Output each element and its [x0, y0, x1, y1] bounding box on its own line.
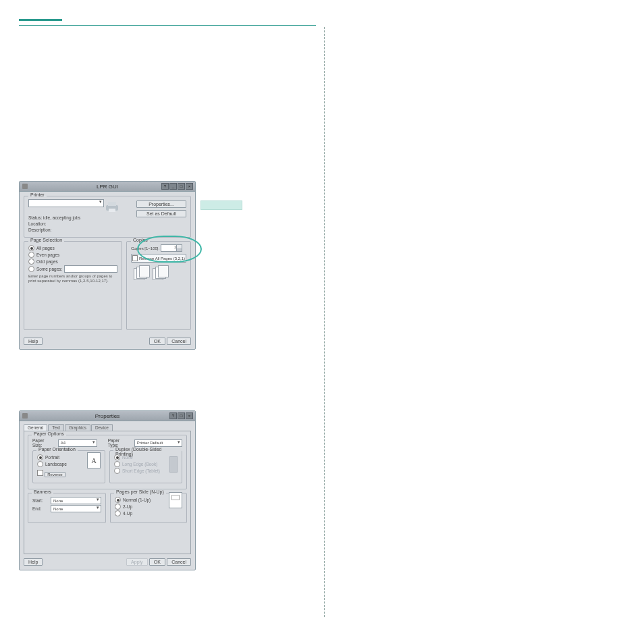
column-divider: [324, 27, 325, 617]
tabs: General Text Graphics Device: [20, 421, 195, 431]
tab-text[interactable]: Text: [48, 424, 64, 431]
app-icon: [22, 184, 28, 189]
set-default-button[interactable]: Set as Default: [136, 210, 186, 217]
callout-highlight: [200, 200, 242, 210]
paper-type-select[interactable]: Printer Default: [134, 439, 182, 447]
cancel-button[interactable]: Cancel: [167, 338, 191, 345]
maximize-icon[interactable]: □: [178, 183, 185, 190]
svg-rect-1: [108, 202, 116, 206]
radio-duplex-short: [114, 468, 120, 474]
banners-group: Banners Start:None End:None: [28, 493, 106, 523]
close-icon[interactable]: ×: [186, 183, 193, 190]
paper-size-select[interactable]: A4: [58, 439, 97, 447]
radio-all-pages[interactable]: [28, 245, 34, 251]
radio-odd-pages[interactable]: [28, 259, 34, 265]
section-heading-accent: [19, 19, 622, 26]
tab-graphics[interactable]: Graphics: [65, 424, 90, 431]
duplex-group: Duplex (Double-Sided Printing) None Long…: [109, 450, 182, 483]
window-buttons: ? _ □ ×: [161, 183, 193, 190]
close-icon[interactable]: ×: [186, 412, 193, 419]
titlebar: LPR GUI ? _ □ ×: [20, 182, 195, 192]
properties-button[interactable]: Properties...: [136, 200, 186, 208]
radio-some-pages[interactable]: [28, 266, 34, 272]
orientation-preview: A: [87, 452, 101, 468]
copies-group: Copies Copies [1~100]: 1 Reverse All Pag…: [126, 241, 191, 330]
properties-dialog: Properties ? □ × General Text Graphics D…: [19, 410, 196, 570]
tab-general[interactable]: General: [24, 424, 47, 431]
radio-nup-4[interactable]: [115, 510, 121, 516]
titlebar: Properties ? □ ×: [20, 411, 195, 421]
reverse-pages-checkbox[interactable]: [132, 255, 138, 261]
window-buttons: ? □ ×: [169, 412, 193, 419]
tab-device[interactable]: Device: [91, 424, 113, 431]
group-label: Printer: [28, 192, 47, 197]
printer-select[interactable]: [28, 199, 104, 207]
nup-preview: [169, 492, 182, 508]
reverse-orientation-checkbox[interactable]: [37, 470, 43, 476]
help-icon[interactable]: ?: [161, 183, 169, 190]
page-selection-group: Page Selection All pages Even pages Odd …: [24, 241, 122, 330]
copies-spinner[interactable]: 1: [161, 244, 182, 252]
group-label: Copies: [131, 238, 150, 242]
nup-group: Pages per Side (N-Up) Normal (1-Up) 2-Up…: [110, 493, 187, 523]
some-pages-input[interactable]: [64, 265, 117, 273]
window-title: Properties: [95, 413, 119, 419]
radio-duplex-none: [114, 454, 120, 460]
printer-meta: Status: idle, accepting jobs Location: D…: [28, 215, 186, 233]
window-title: LPR GUI: [97, 184, 118, 190]
cancel-button[interactable]: Cancel: [167, 558, 191, 566]
radio-nup-1[interactable]: [115, 497, 121, 503]
app-icon: [22, 413, 28, 419]
banner-start-select[interactable]: None: [51, 497, 101, 504]
reverse-button[interactable]: Reverse: [45, 472, 65, 477]
radio-landscape[interactable]: [37, 461, 43, 467]
radio-duplex-long: [114, 461, 120, 467]
duplex-preview: [169, 456, 178, 473]
lpr-gui-dialog: LPR GUI ? _ □ × Printer Status:: [19, 181, 196, 350]
help-icon[interactable]: ?: [169, 412, 177, 419]
paper-options-group: Paper Options Paper Size: A4 Paper Type:…: [28, 435, 187, 489]
printer-group: Printer Status: idle, accepting jobs Loc…: [24, 196, 191, 238]
maximize-icon[interactable]: □: [178, 412, 185, 419]
group-label: Page Selection: [28, 238, 64, 242]
banner-end-select[interactable]: None: [51, 505, 101, 512]
orientation-group: Paper Orientation A Portrait Landscape R…: [32, 450, 105, 483]
radio-even-pages[interactable]: [28, 252, 34, 258]
ok-button[interactable]: OK: [149, 338, 165, 345]
radio-nup-2[interactable]: [115, 504, 121, 510]
help-button[interactable]: Help: [24, 558, 43, 566]
page-range-hint: Enter page numbers and/or groups of page…: [28, 274, 117, 284]
help-button[interactable]: Help: [24, 338, 43, 345]
general-tab-panel: Paper Options Paper Size: A4 Paper Type:…: [24, 431, 191, 554]
apply-button[interactable]: Apply: [126, 558, 148, 566]
collate-graphic: [131, 265, 186, 281]
svg-rect-2: [109, 209, 115, 212]
minimize-icon[interactable]: _: [169, 183, 177, 190]
printer-icon: [104, 200, 120, 213]
radio-portrait[interactable]: [37, 454, 43, 460]
ok-button[interactable]: OK: [149, 558, 165, 566]
